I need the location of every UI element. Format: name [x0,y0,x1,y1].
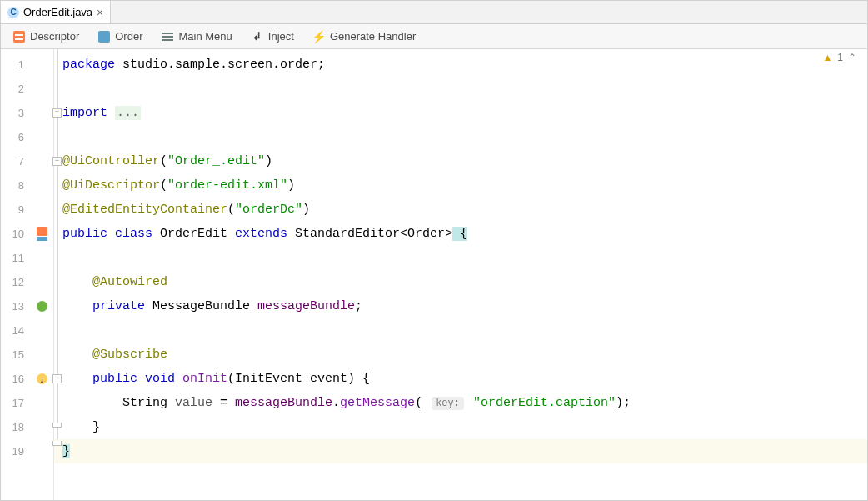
line-number: 6 [1,125,31,149]
menu-icon [161,30,173,43]
code-line[interactable]: public class OrderEdit extends StandardE… [54,222,867,246]
fold-end-icon[interactable] [52,423,62,428]
code-line[interactable]: @Autowired [54,270,867,294]
fold-collapse-icon[interactable]: − [52,157,62,166]
line-number: 17 [1,391,31,415]
gutter-icon-strip: ↓ [31,49,54,500]
code-editor[interactable]: 1 2 3 6 7 8 9 10 11 12 13 14 15 16 17 18… [1,49,867,500]
parameter-hint: key: [432,397,464,410]
inject-label: Inject [268,30,294,43]
main-menu-label: Main Menu [178,30,232,43]
code-line[interactable]: @Subscribe [54,343,867,367]
fold-collapse-icon[interactable]: − [52,374,62,383]
editor-toolbar: Descriptor Order Main Menu ↲ Inject ⚡ Ge… [1,24,867,49]
tab-label: OrderEdit.java [23,6,92,18]
descriptor-label: Descriptor [30,30,79,43]
line-number: 19 [1,439,31,463]
line-number: 1 [1,53,31,77]
related-xml-gutter-icon[interactable] [31,222,53,246]
line-number-gutter: 1 2 3 6 7 8 9 10 11 12 13 14 15 16 17 18… [1,49,31,500]
line-number: 16 [1,367,31,391]
line-number: 9 [1,198,31,222]
line-number: 2 [1,77,31,101]
generate-handler-button[interactable]: ⚡ Generate Handler [312,30,416,43]
line-number: 12 [1,270,31,294]
code-area[interactable]: package studio.sample.screen.order; +imp… [54,49,867,500]
generate-label: Generate Handler [330,30,416,43]
code-line[interactable]: package studio.sample.screen.order; [54,53,867,77]
line-number: 18 [1,415,31,439]
code-line[interactable] [54,246,867,270]
code-line[interactable]: − public void onInit(InitEvent event) { [54,367,867,391]
code-line[interactable]: +import ... [54,101,867,125]
close-icon[interactable]: × [97,7,103,18]
descriptor-button[interactable]: Descriptor [12,30,79,43]
java-class-icon: C [7,7,19,18]
order-button[interactable]: Order [97,30,142,43]
line-number: 13 [1,294,31,318]
line-number: 7 [1,149,31,173]
inject-button[interactable]: ↲ Inject [251,30,294,43]
code-line[interactable]: −@UiController("Order_.edit") [54,149,867,173]
code-line[interactable]: private MessageBundle messageBundle; [54,294,867,318]
lightning-icon: ⚡ [312,30,325,43]
line-number: 8 [1,173,31,198]
order-label: Order [115,30,142,43]
descriptor-icon [12,30,25,43]
code-line[interactable] [54,77,867,101]
code-line[interactable]: @UiDescriptor("order-edit.xml") [54,173,867,198]
code-line[interactable]: String value = messageBundle.getMessage(… [54,391,867,415]
editor-tab-bar: C OrderEdit.java × [1,1,867,24]
line-number: 15 [1,343,31,367]
inject-icon: ↲ [251,30,263,43]
spring-bean-gutter-icon[interactable] [31,294,53,318]
main-menu-button[interactable]: Main Menu [161,30,232,43]
implements-gutter-icon[interactable]: ↓ [31,367,53,391]
line-number: 3 [1,101,31,125]
line-number: 11 [1,246,31,270]
code-line[interactable]: @EditedEntityContainer("orderDc") [54,198,867,222]
folded-region[interactable]: ... [115,106,141,120]
code-line[interactable] [54,318,867,343]
code-line-current[interactable]: } [54,439,867,463]
line-number: 10 [1,222,31,246]
code-line[interactable]: } [54,415,867,439]
line-number: 14 [1,318,31,343]
file-tab[interactable]: C OrderEdit.java × [1,1,111,23]
fold-end-icon[interactable] [52,441,62,446]
order-icon [97,30,110,43]
code-line[interactable] [54,125,867,149]
fold-expand-icon[interactable]: + [52,108,62,118]
